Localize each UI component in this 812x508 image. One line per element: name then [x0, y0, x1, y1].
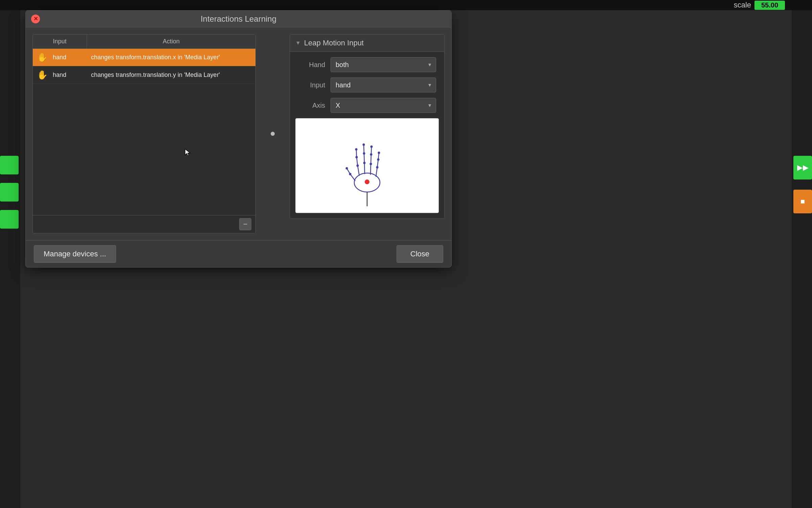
green-button-2[interactable]	[0, 183, 19, 202]
row-action-1: changes transform.translation.x in 'Medi…	[87, 50, 255, 64]
leap-section-header: ▼ Leap Motion Input	[290, 35, 444, 52]
col-header-input: Input	[33, 35, 87, 48]
leap-motion-section: ▼ Leap Motion Input Hand both left right	[290, 34, 445, 219]
row-input-1: hand	[51, 50, 87, 64]
table-row[interactable]: ✋ hand changes transform.translation.x i…	[33, 49, 255, 66]
row-action-2: changes transform.translation.y in 'Medi…	[87, 68, 255, 82]
remove-row-button[interactable]: −	[239, 218, 251, 230]
svg-point-29	[378, 152, 380, 154]
interactions-learning-dialog: ✕ Interactions Learning Input Action ✋ h…	[25, 10, 452, 268]
axis-select[interactable]: X Y Z	[331, 98, 436, 113]
leap-form: Hand both left right Input	[290, 52, 444, 118]
table-footer: −	[33, 215, 255, 233]
svg-point-11	[355, 148, 358, 151]
right-green-button[interactable]: ▶▶	[793, 156, 812, 179]
svg-line-24	[376, 167, 377, 177]
svg-point-4	[349, 173, 352, 175]
table-row[interactable]: ✋ hand changes transform.translation.y i…	[33, 66, 255, 84]
close-button[interactable]: ✕	[31, 15, 40, 23]
input-select-wrapper: hand finger palm	[331, 78, 436, 92]
hand-form-row: Hand both left right	[298, 57, 436, 72]
input-label: Input	[298, 81, 325, 89]
table-empty-area	[33, 84, 255, 215]
svg-line-6	[358, 166, 359, 176]
left-sidebar	[0, 0, 20, 508]
svg-line-19	[371, 154, 371, 164]
manage-devices-button[interactable]: Manage devices ...	[34, 245, 116, 263]
stop-icon: ■	[800, 197, 805, 206]
svg-line-18	[370, 164, 371, 175]
hand-icon-2: ✋	[33, 66, 51, 84]
dot-indicator	[271, 132, 275, 136]
table-header: Input Action	[33, 35, 255, 49]
svg-point-5	[346, 167, 348, 170]
svg-point-28	[377, 158, 380, 161]
svg-point-9	[357, 165, 359, 167]
hand-select-wrapper: both left right	[331, 57, 436, 72]
hand-label: Hand	[298, 61, 325, 69]
close-icon: ✕	[33, 16, 38, 22]
scale-label: scale	[734, 1, 751, 9]
svg-point-27	[376, 166, 379, 169]
leap-section-title: Leap Motion Input	[304, 39, 364, 47]
hand-icon-1: ✋	[33, 49, 51, 66]
hand-select[interactable]: both left right	[331, 57, 436, 72]
svg-line-7	[357, 157, 358, 166]
dialog-titlebar: ✕ Interactions Learning	[26, 10, 451, 27]
svg-point-10	[356, 156, 358, 158]
collapse-icon: ▼	[295, 40, 301, 46]
axis-select-wrapper: X Y Z	[331, 98, 436, 113]
col-header-action: Action	[87, 35, 255, 48]
dialog-footer: Manage devices ... Close	[26, 240, 451, 267]
axis-form-row: Axis X Y Z	[298, 98, 436, 113]
hand-svg	[333, 122, 401, 210]
svg-point-21	[370, 163, 372, 165]
svg-point-15	[363, 162, 366, 164]
svg-point-30	[365, 179, 369, 184]
input-select[interactable]: hand finger palm	[331, 78, 436, 92]
input-form-row: Input hand finger palm	[298, 78, 436, 92]
svg-line-13	[364, 153, 364, 163]
svg-line-14	[364, 145, 364, 153]
svg-point-17	[363, 144, 365, 146]
leap-motion-panel: ▼ Leap Motion Input Hand both left right	[290, 34, 445, 233]
dialog-body: Input Action ✋ hand changes transform.tr…	[26, 27, 451, 240]
spacer-area	[263, 34, 283, 233]
svg-line-12	[364, 163, 365, 174]
svg-point-23	[370, 146, 373, 148]
svg-line-2	[350, 174, 355, 181]
green-button-1[interactable]	[0, 156, 19, 174]
row-input-2: hand	[51, 68, 87, 82]
scale-value: 55.00	[754, 1, 785, 10]
minus-icon: −	[243, 220, 248, 229]
axis-label: Axis	[298, 102, 325, 109]
svg-point-22	[370, 153, 373, 156]
hand-visualization	[295, 118, 439, 213]
right-orange-button[interactable]: ■	[793, 190, 812, 213]
dialog-title: Interactions Learning	[201, 14, 276, 24]
right-sidebar	[792, 0, 812, 508]
interactions-table-panel: Input Action ✋ hand changes transform.tr…	[32, 34, 256, 233]
green-button-3[interactable]	[0, 210, 19, 229]
svg-point-16	[363, 152, 365, 155]
forward-icon: ▶▶	[797, 163, 809, 172]
top-bar: scale 55.00	[0, 0, 812, 10]
close-dialog-button[interactable]: Close	[397, 245, 443, 263]
